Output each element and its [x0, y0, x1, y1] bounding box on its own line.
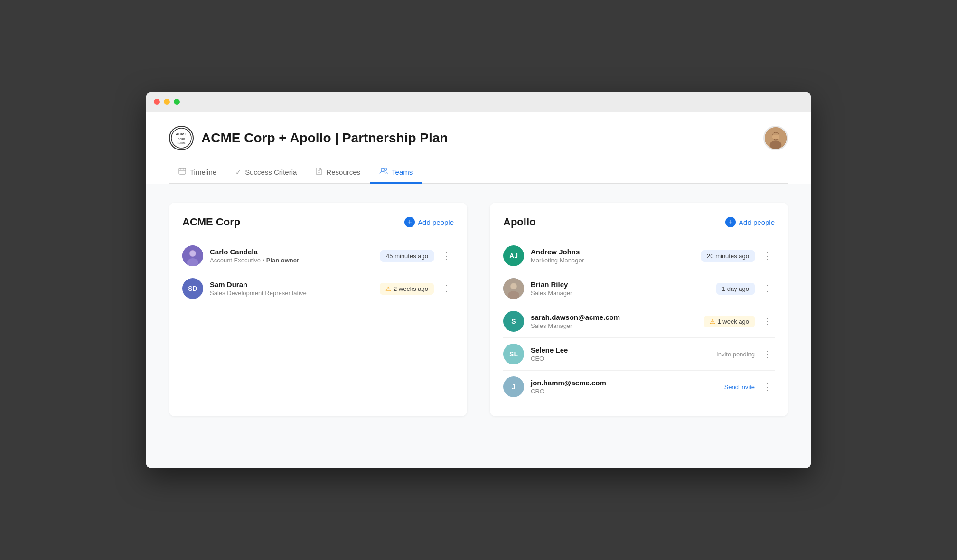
tabs: Timeline ✓ Success Criteria [169, 162, 788, 184]
person-name: Sam Duran [210, 280, 380, 289]
person-role: Marketing Manager [531, 257, 701, 264]
time-badge: ⚠ 2 weeks ago [380, 283, 434, 295]
apollo-add-people-button[interactable]: + Add people [725, 217, 775, 227]
tab-success-criteria-label: Success Criteria [245, 168, 297, 176]
time-badge: 45 minutes ago [380, 250, 434, 262]
person-info: Sam Duran Sales Development Representati… [210, 280, 380, 297]
more-options-button[interactable]: ⋮ [760, 381, 775, 393]
tab-resources-label: Resources [326, 168, 360, 176]
people-icon [379, 168, 388, 176]
svg-point-20 [190, 251, 196, 256]
more-options-button[interactable]: ⋮ [440, 250, 454, 262]
person-role: Sales Manager [531, 289, 716, 297]
avatar: SL [503, 344, 524, 364]
svg-text:ACME: ACME [176, 132, 187, 136]
table-row: S sarah.dawson@acme.com Sales Manager ⚠ … [503, 305, 775, 338]
apollo-add-people-label: Add people [739, 218, 775, 226]
avatar: AJ [503, 245, 524, 266]
app-content: ACME CORP GLOBAL ACME Corp + Apollo | Pa… [146, 112, 811, 468]
table-row: AJ Andrew Johns Marketing Manager 20 min… [503, 240, 775, 272]
person-info: Selene Lee CEO [531, 346, 716, 362]
svg-point-24 [511, 283, 516, 289]
timeline-icon [178, 168, 186, 177]
time-badge: 1 day ago [716, 283, 755, 295]
acme-add-people-button[interactable]: + Add people [404, 217, 454, 227]
close-button[interactable] [154, 99, 160, 105]
more-options-button[interactable]: ⋮ [760, 282, 775, 295]
apollo-title: Apollo [503, 216, 535, 228]
time-badge: ⚠ 1 week ago [704, 316, 755, 327]
svg-point-16 [385, 168, 387, 171]
tab-resources[interactable]: Resources [306, 162, 370, 184]
person-name: jon.hamm@acme.com [531, 379, 724, 387]
svg-rect-8 [772, 135, 779, 139]
person-role: Sales Manager [531, 322, 704, 329]
plus-icon: + [404, 217, 415, 227]
acme-logo: ACME CORP GLOBAL [169, 126, 194, 150]
table-row: J jon.hamm@acme.com CRO Send invite ⋮ [503, 371, 775, 403]
titlebar [146, 92, 811, 112]
header: ACME CORP GLOBAL ACME Corp + Apollo | Pa… [146, 112, 811, 184]
tab-success-criteria[interactable]: ✓ Success Criteria [226, 162, 306, 184]
tab-teams[interactable]: Teams [370, 162, 422, 184]
tab-timeline-label: Timeline [190, 168, 216, 176]
svg-rect-9 [179, 168, 186, 174]
maximize-button[interactable] [174, 99, 180, 105]
app-window: ACME CORP GLOBAL ACME Corp + Apollo | Pa… [146, 92, 811, 468]
acme-corp-section: ACME Corp + Add people [169, 203, 467, 416]
more-options-button[interactable]: ⋮ [760, 315, 775, 327]
person-info: jon.hamm@acme.com CRO [531, 379, 724, 395]
main-content: ACME Corp + Add people [146, 184, 811, 468]
avatar [503, 278, 524, 299]
invite-pending-label: Invite pending [716, 351, 755, 358]
svg-point-6 [770, 140, 782, 149]
send-invite-button[interactable]: Send invite [724, 383, 755, 391]
svg-point-15 [381, 168, 384, 171]
avatar: S [503, 311, 524, 332]
acme-corp-title: ACME Corp [182, 216, 240, 228]
person-name: Brian Riley [531, 280, 716, 289]
avatar [182, 245, 203, 266]
person-name: sarah.dawson@acme.com [531, 313, 704, 321]
table-row: SD Sam Duran Sales Development Represent… [182, 272, 454, 305]
person-name: Andrew Johns [531, 248, 701, 256]
apollo-header: Apollo + Add people [503, 216, 775, 228]
person-info: Andrew Johns Marketing Manager [531, 248, 701, 264]
page-title: ACME Corp + Apollo | Partnership Plan [201, 131, 448, 146]
header-top: ACME CORP GLOBAL ACME Corp + Apollo | Pa… [169, 126, 788, 150]
table-row: SL Selene Lee CEO Invite pending ⋮ [503, 338, 775, 371]
person-role: CEO [531, 355, 716, 362]
avatar: J [503, 376, 524, 397]
plus-icon: + [725, 217, 736, 227]
more-options-button[interactable]: ⋮ [760, 250, 775, 262]
minimize-button[interactable] [164, 99, 170, 105]
acme-add-people-label: Add people [418, 218, 454, 226]
apollo-section: Apollo + Add people AJ Andrew Johns [490, 203, 788, 416]
svg-text:GLOBAL: GLOBAL [178, 142, 186, 144]
table-row: Brian Riley Sales Manager 1 day ago ⋮ [503, 272, 775, 305]
person-info: sarah.dawson@acme.com Sales Manager [531, 313, 704, 329]
time-badge: 20 minutes ago [701, 250, 755, 262]
tab-timeline[interactable]: Timeline [169, 162, 226, 184]
person-role: CRO [531, 388, 724, 395]
warning-icon: ⚠ [385, 285, 391, 292]
tab-teams-label: Teams [392, 168, 413, 176]
avatar: SD [182, 278, 203, 299]
traffic-lights [154, 99, 180, 105]
document-icon [316, 168, 322, 177]
person-name: Carlo Candela [210, 248, 380, 256]
person-info: Carlo Candela Account Executive • Plan o… [210, 248, 380, 264]
acme-corp-header: ACME Corp + Add people [182, 216, 454, 228]
more-options-button[interactable]: ⋮ [760, 348, 775, 360]
person-role: Sales Development Representative [210, 289, 380, 297]
warning-icon: ⚠ [710, 318, 715, 325]
person-name: Selene Lee [531, 346, 716, 354]
person-info: Brian Riley Sales Manager [531, 280, 716, 297]
user-avatar[interactable] [763, 126, 788, 150]
person-role: Account Executive • Plan owner [210, 257, 380, 264]
checkmark-icon: ✓ [235, 168, 241, 176]
table-row: Carlo Candela Account Executive • Plan o… [182, 240, 454, 272]
svg-text:CORP: CORP [178, 138, 185, 140]
more-options-button[interactable]: ⋮ [440, 282, 454, 295]
brand-row: ACME CORP GLOBAL ACME Corp + Apollo | Pa… [169, 126, 448, 150]
